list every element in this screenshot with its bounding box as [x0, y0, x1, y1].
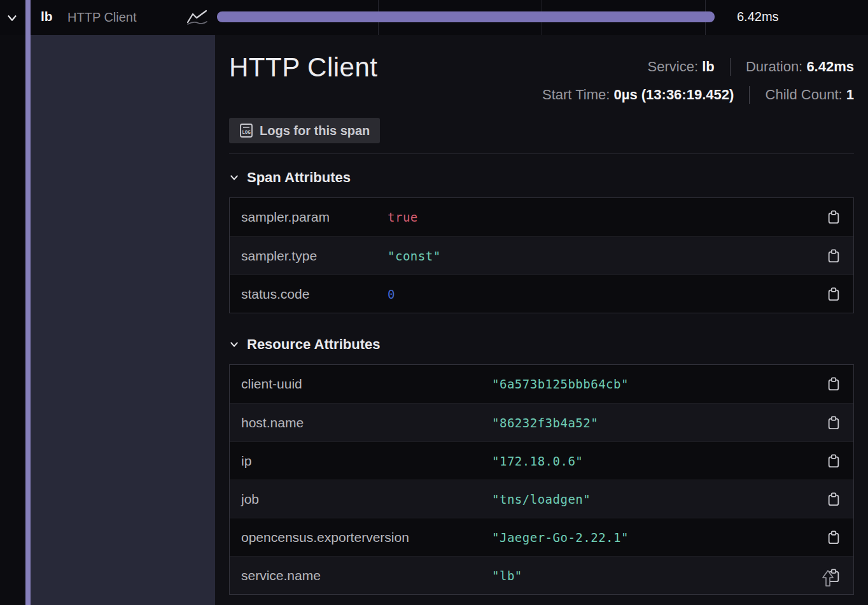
log-file-icon: LOG — [239, 123, 253, 138]
attr-key: host.name — [230, 415, 492, 431]
span-detail-panel: HTTP Client Service: lb Duration: 6.42ms… — [215, 35, 868, 605]
attr-value: "tns/loadgen" — [492, 492, 814, 506]
attr-key: sampler.type — [230, 248, 388, 264]
attr-value: "lb" — [492, 569, 814, 583]
attr-row-host-name: host.name "86232f3b4a52" — [230, 403, 853, 441]
copy-icon[interactable] — [814, 287, 853, 302]
section-title: Resource Attributes — [247, 336, 380, 353]
chevron-down-icon — [229, 173, 239, 183]
attr-key: service.name — [230, 568, 492, 583]
attr-key: client-uuid — [230, 376, 492, 392]
span-meta-line-2: Start Time: 0µs (13:36:19.452) Child Cou… — [542, 81, 854, 109]
copy-icon[interactable] — [814, 376, 853, 392]
span-meta-line-1: Service: lb Duration: 6.42ms — [542, 53, 854, 81]
attr-value: "86232f3b4a52" — [492, 416, 814, 430]
duration-label: Duration: — [746, 59, 802, 75]
span-title: HTTP Client — [229, 49, 388, 86]
span-row-service-label: lb — [41, 9, 53, 24]
copy-icon[interactable] — [814, 415, 853, 431]
child-count-label: Child Count: — [766, 87, 843, 103]
copy-icon[interactable] — [814, 492, 853, 507]
copy-icon[interactable] — [814, 530, 853, 545]
copy-icon[interactable] — [814, 453, 853, 469]
attr-value: "172.18.0.6" — [492, 454, 814, 468]
attr-value: 0 — [388, 287, 814, 301]
span-tree-panel — [31, 35, 215, 605]
attr-key: status.code — [230, 287, 388, 302]
attr-key: opencensus.exporterversion — [230, 530, 492, 545]
svg-text:LOG: LOG — [242, 129, 251, 135]
span-meta: Service: lb Duration: 6.42ms Start Time:… — [542, 53, 854, 109]
attr-row-sampler-type: sampler.type "const" — [230, 236, 853, 274]
span-duration-bar[interactable] — [217, 11, 715, 22]
duration-value: 6.42ms — [806, 59, 854, 75]
selected-span-accent-stripe — [25, 0, 31, 605]
section-divider — [229, 153, 854, 154]
attr-row-client-uuid: client-uuid "6a573b125bbb64cb" — [230, 365, 853, 403]
span-chart-icon[interactable] — [186, 9, 208, 25]
attr-key: job — [230, 492, 492, 507]
attr-row-opencensus-exporterversion: opencensus.exporterversion "Jaeger-Go-2.… — [230, 518, 853, 556]
logs-for-span-button[interactable]: LOG Logs for this span — [229, 118, 380, 143]
attr-row-service-name: service.name "lb" — [230, 556, 853, 594]
attr-key: ip — [230, 453, 492, 469]
meta-divider — [730, 58, 731, 76]
resource-attributes-table: client-uuid "6a573b125bbb64cb" host.name… — [229, 364, 854, 595]
attr-value: true — [388, 210, 814, 224]
copy-icon[interactable] — [814, 248, 853, 264]
attr-row-sampler-param: sampler.param true — [230, 198, 853, 236]
collapse-chevron-down-icon[interactable] — [5, 11, 19, 25]
attr-key: sampler.param — [230, 210, 388, 225]
copy-icon[interactable] — [814, 210, 853, 225]
span-row-operation-label: HTTP Client — [67, 10, 137, 25]
attr-row-ip: ip "172.18.0.6" — [230, 441, 853, 480]
span-attributes-section-toggle[interactable]: Span Attributes — [229, 169, 351, 186]
attr-value: "6a573b125bbb64cb" — [492, 377, 814, 391]
meta-divider — [749, 86, 750, 104]
start-time-value: 0µs (13:36:19.452) — [614, 87, 734, 103]
left-gutter — [0, 35, 25, 605]
chevron-down-icon — [229, 339, 239, 350]
span-attributes-table: sampler.param true sampler.type "const" … — [229, 197, 854, 313]
logs-button-label: Logs for this span — [260, 124, 370, 138]
service-label: Service: — [648, 59, 698, 75]
span-duration-label: 6.42ms — [737, 10, 779, 24]
trace-timeline-header: lb HTTP Client 6.42ms — [0, 0, 868, 35]
service-value: lb — [702, 59, 715, 75]
cursor-arrow-up-icon — [820, 569, 836, 587]
section-title: Span Attributes — [247, 169, 351, 186]
attr-row-status-code: status.code 0 — [230, 274, 853, 313]
resource-attributes-section-toggle[interactable]: Resource Attributes — [229, 336, 380, 353]
attr-value: "const" — [388, 249, 814, 263]
attr-row-job: job "tns/loadgen" — [230, 480, 853, 518]
start-time-label: Start Time: — [542, 87, 610, 103]
attr-value: "Jaeger-Go-2.22.1" — [492, 530, 814, 544]
child-count-value: 1 — [846, 87, 854, 103]
